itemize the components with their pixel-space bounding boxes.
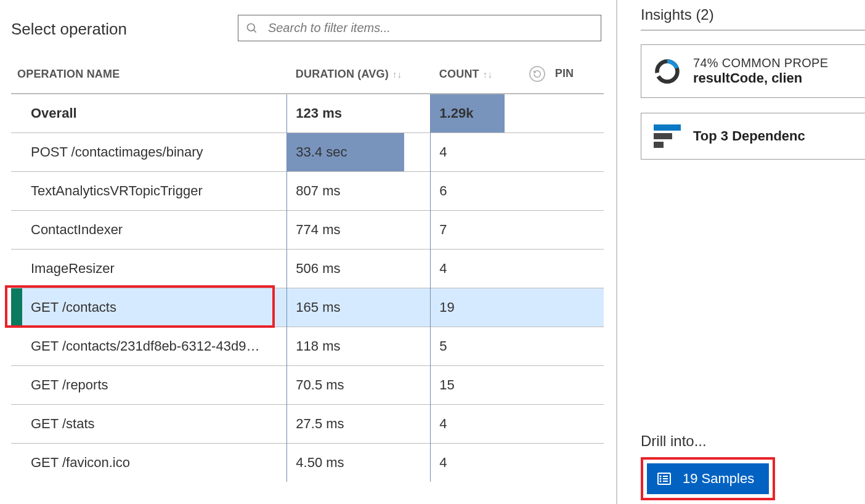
drill-into-label: Drill into... <box>641 433 707 450</box>
count-value: 6 <box>439 183 447 198</box>
table-row[interactable]: GET /contacts/231df8eb-6312-43d9…118 ms5 <box>11 327 604 365</box>
duration-value: 4.50 ms <box>296 455 344 470</box>
count-value: 5 <box>439 338 447 354</box>
insight-card-top-dependencies[interactable]: Top 3 Dependenc <box>641 113 865 160</box>
insights-title: Insights (2) <box>641 6 865 31</box>
insight-card-common-properties[interactable]: 74% COMMON PROPE resultCode, clien <box>641 44 865 98</box>
search-box[interactable] <box>238 15 601 41</box>
col-pin[interactable]: PIN <box>529 66 604 94</box>
count-value: 19 <box>439 299 454 315</box>
count-value: 4 <box>439 261 447 276</box>
table-row[interactable]: GET /stats27.5 ms4 <box>11 404 604 443</box>
table-row[interactable]: Overall123 ms1.29k <box>11 94 604 132</box>
duration-value: 123 ms <box>296 105 342 121</box>
operation-name: ImageResizer <box>31 261 115 276</box>
operation-name: POST /contactimages/binary <box>31 144 203 160</box>
duration-value: 165 ms <box>296 299 340 315</box>
operation-name: GET /reports <box>31 377 108 392</box>
table-row[interactable]: GET /favicon.ico4.50 ms4 <box>11 443 604 482</box>
col-count[interactable]: COUNT↑↓ <box>431 66 530 94</box>
samples-button-label: 19 Samples <box>683 471 754 487</box>
duration-value: 807 ms <box>296 183 340 198</box>
insight-card-line2: Top 3 Dependenc <box>693 128 805 144</box>
col-duration[interactable]: DURATION (AVG)↑↓ <box>287 66 431 94</box>
count-value: 1.29k <box>439 105 473 121</box>
bar-chart-icon <box>654 124 681 148</box>
operation-name: GET /stats <box>31 416 95 431</box>
duration-value: 118 ms <box>296 338 340 354</box>
count-value: 7 <box>439 222 447 237</box>
operation-name: TextAnalyticsVRTopicTrigger <box>31 183 203 198</box>
duration-value: 27.5 ms <box>296 416 344 431</box>
operations-table: OPERATION NAME DURATION (AVG)↑↓ COUNT↑↓ … <box>11 66 604 482</box>
operation-name: Overall <box>31 105 77 121</box>
donut-icon <box>654 58 681 85</box>
svg-point-0 <box>247 23 254 31</box>
table-row[interactable]: ImageResizer506 ms4 <box>11 249 604 288</box>
duration-value: 33.4 sec <box>296 144 347 160</box>
search-icon <box>246 22 258 35</box>
table-row[interactable]: ContactIndexer774 ms7 <box>11 210 604 249</box>
table-row[interactable]: GET /reports70.5 ms15 <box>11 365 604 404</box>
count-value: 15 <box>439 377 454 392</box>
duration-value: 506 ms <box>296 261 340 276</box>
reset-icon[interactable] <box>529 66 545 82</box>
svg-line-1 <box>253 30 256 32</box>
count-value: 4 <box>439 416 447 431</box>
selection-indicator <box>11 288 22 327</box>
search-input[interactable] <box>267 20 593 36</box>
list-icon <box>657 471 672 486</box>
duration-value: 70.5 ms <box>296 377 344 392</box>
table-row[interactable]: GET /contacts165 ms19 <box>11 288 604 327</box>
count-value: 4 <box>439 144 447 160</box>
page-title: Select operation <box>11 20 127 39</box>
operation-name: GET /contacts <box>31 299 116 315</box>
table-row[interactable]: TextAnalyticsVRTopicTrigger807 ms6 <box>11 171 604 210</box>
insight-card-line1: 74% COMMON PROPE <box>693 56 828 70</box>
operation-name: ContactIndexer <box>31 222 123 237</box>
highlight-samples-button: 19 Samples <box>641 457 775 500</box>
count-value: 4 <box>439 455 447 470</box>
col-operation-name[interactable]: OPERATION NAME <box>11 66 287 94</box>
sort-icon[interactable]: ↑↓ <box>392 69 402 79</box>
duration-value: 774 ms <box>296 222 340 237</box>
operation-name: GET /contacts/231df8eb-6312-43d9… <box>31 338 259 354</box>
table-row[interactable]: POST /contactimages/binary33.4 sec4 <box>11 132 604 171</box>
operation-name: GET /favicon.ico <box>31 455 130 470</box>
insight-card-line2: resultCode, clien <box>693 70 828 86</box>
sort-icon[interactable]: ↑↓ <box>483 69 492 79</box>
samples-button[interactable]: 19 Samples <box>647 463 769 494</box>
